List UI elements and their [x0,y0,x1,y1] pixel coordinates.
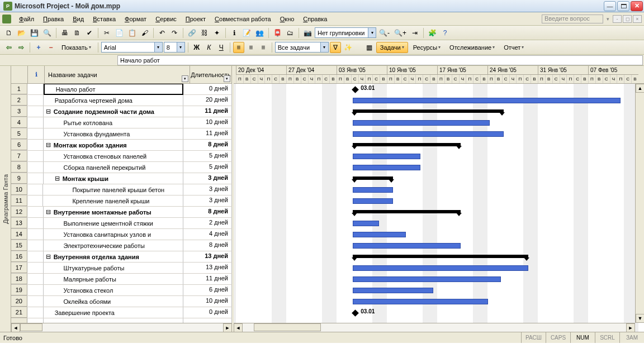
duration-cell[interactable]: 3 дней [183,184,232,195]
task-name-cell[interactable]: Крепление панелей крыши [43,195,183,206]
info-cell[interactable] [27,240,44,251]
help-button[interactable]: ? [439,27,451,39]
paste-button[interactable]: 📋 [126,27,138,39]
scroll-down-icon[interactable]: ▼ [636,314,644,323]
mdi-close-button[interactable]: × [633,15,642,23]
duration-cell[interactable]: 10 дней [183,296,232,307]
summary-bar[interactable] [353,143,461,146]
close-button[interactable] [631,1,643,11]
row-number[interactable]: 20 [11,296,27,307]
row-number[interactable]: 4 [11,117,27,128]
task-name-cell[interactable]: Разработка чертежей дома [44,95,183,106]
gantt-scroll-left-icon[interactable]: ◄ [234,323,243,332]
info-cell[interactable] [27,251,44,262]
scroll-up-icon[interactable]: ▲ [636,84,644,93]
task-info-button[interactable]: ℹ [229,27,240,39]
task-row[interactable]: 1Начало работ0 дней [11,84,232,95]
task-name-cell[interactable]: ⊟Внутренние монтажные работы [44,207,183,217]
col-name[interactable]: Название задачи▾ [45,66,190,83]
resources-pane-button[interactable]: Ресурсы [409,42,444,53]
task-row[interactable]: 10Покрытие панелей крыши бетон3 дней [11,184,232,195]
office-button[interactable]: 🧩 [427,27,438,39]
row-number[interactable]: 17 [11,263,27,273]
task-row[interactable]: 8Сборка панелей перекрытий5 дней [11,162,232,173]
grid-hscroll[interactable]: ◄ ► [11,323,232,332]
formula-input[interactable]: Начало работ [117,55,643,65]
outline-toggle-icon[interactable]: ⊟ [46,141,51,149]
task-bar[interactable] [353,221,378,226]
task-bar[interactable] [353,288,433,293]
duration-cell[interactable]: 6 дней [183,285,232,295]
task-row[interactable]: 7Установка стеновых панелей5 дней [11,151,232,162]
info-cell[interactable] [27,140,44,150]
info-cell[interactable] [27,151,44,161]
gantt-vscroll[interactable]: ▲ ▼ [635,84,644,323]
gantt-hscroll[interactable]: ◄ ► [234,323,635,332]
duration-cell[interactable]: 0 дней [183,84,232,94]
task-row[interactable]: 19Установка стекол6 дней [11,285,232,296]
goto-task-button[interactable]: ⇥ [409,27,420,39]
task-bar[interactable] [353,198,393,204]
task-name-cell[interactable]: ⊟Монтаж коробки здания [44,140,183,150]
tracking-pane-button[interactable]: Отслеживание [446,42,499,53]
duration-cell[interactable]: 4 дней [183,229,232,240]
task-bar[interactable] [353,154,420,159]
notes-button[interactable]: 📝 [241,27,253,39]
unlink-button[interactable]: ⛓ [199,27,210,39]
row-number[interactable]: 7 [11,151,27,161]
gantt-scroll-right-icon[interactable]: ► [626,323,635,332]
outline-toggle-icon[interactable]: ⊟ [46,208,51,216]
duration-cell[interactable]: 8 дней [183,140,232,150]
menu-совместная работа[interactable]: Совместная работа [210,14,276,24]
duration-cell[interactable]: 20 дней [183,95,232,106]
task-name-cell[interactable]: Сборка панелей перекрытий [44,162,184,173]
row-number[interactable]: 13 [11,218,27,228]
info-cell[interactable] [27,195,44,206]
task-name-cell[interactable]: ⊟Внутренняя отделка здания [44,251,183,262]
task-row[interactable]: 16⊟Внутренняя отделка здания13 дней [11,251,232,263]
task-name-cell[interactable]: Покрытие панелей крыши бетон [43,184,183,195]
row-number[interactable]: 16 [11,251,27,262]
help-dropdown-icon[interactable]: ▾ [607,16,609,22]
task-bar[interactable] [353,120,489,126]
menu-правка[interactable]: Правка [39,14,68,24]
task-row[interactable]: 20Оклейка обоями10 дней [11,296,232,307]
row-number[interactable]: 1 [11,84,27,94]
indent-minus-button[interactable]: − [45,42,56,53]
milestone-marker[interactable] [352,86,359,93]
row-number[interactable]: 3 [11,106,27,117]
menu-окно[interactable]: Окно [276,14,299,24]
italic-button[interactable]: К [203,42,215,53]
link-button[interactable]: 🔗 [186,27,198,39]
task-bar[interactable] [353,299,488,304]
filter-combo[interactable]: Все задачи▾ [275,42,329,53]
bold-button[interactable]: Ж [191,42,202,53]
task-row[interactable]: 17Штукатурные работы13 дней [11,263,232,274]
milestone-marker[interactable] [352,309,359,317]
fontsize-combo[interactable]: 8▾ [164,42,185,53]
col-duration-filter-icon[interactable]: ▾ [224,75,230,82]
duration-cell[interactable]: 13 дней [183,263,232,273]
task-bar[interactable] [353,187,393,193]
task-name-cell[interactable]: Штукатурные работы [44,263,184,273]
duration-cell[interactable]: 11 дней [183,274,232,284]
info-cell[interactable] [27,128,44,139]
info-cell[interactable] [27,173,44,184]
info-cell[interactable] [27,263,44,273]
split-button[interactable]: ✦ [211,27,222,39]
info-cell[interactable] [27,162,44,173]
col-duration[interactable]: Длительность▾ [190,66,232,83]
info-cell[interactable] [27,307,44,318]
copy-button[interactable]: 📄 [113,27,125,39]
duration-cell[interactable]: 11 дней [183,128,232,139]
minimize-button[interactable]: — [604,1,616,11]
menu-проект[interactable]: Проект [181,14,210,24]
col-info[interactable]: ℹ [28,66,45,83]
view-bar[interactable]: Диаграмма Ганта [0,66,11,332]
task-name-cell[interactable]: Начало работ [44,84,184,95]
summary-bar[interactable] [353,255,528,258]
duration-cell[interactable]: 0 дней [183,307,232,318]
row-number[interactable]: 2 [11,95,27,106]
task-bar[interactable] [353,276,501,282]
new-button[interactable]: 🗋 [3,27,15,39]
